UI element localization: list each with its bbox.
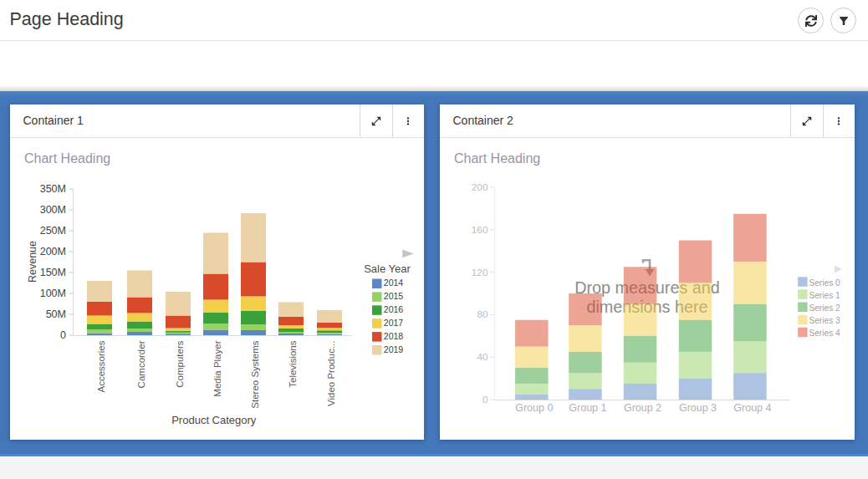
svg-text:2018: 2018 bbox=[384, 331, 404, 341]
svg-text:Series 0: Series 0 bbox=[809, 278, 840, 288]
svg-text:Series 3: Series 3 bbox=[809, 316, 840, 325]
svg-text:Series 1: Series 1 bbox=[809, 291, 840, 300]
svg-text:350M: 350M bbox=[40, 183, 66, 195]
svg-text:160: 160 bbox=[472, 224, 488, 236]
svg-text:2016: 2016 bbox=[384, 304, 404, 314]
svg-text:Group 3: Group 3 bbox=[679, 402, 717, 414]
svg-text:200M: 200M bbox=[40, 246, 66, 257]
svg-text:2017: 2017 bbox=[384, 318, 404, 328]
svg-text:Computers: Computers bbox=[175, 340, 185, 387]
svg-text:Series 4: Series 4 bbox=[809, 329, 840, 338]
svg-text:Stereo Systems: Stereo Systems bbox=[250, 340, 260, 408]
svg-text:150M: 150M bbox=[40, 267, 66, 278]
svg-text:50M: 50M bbox=[46, 308, 66, 320]
svg-text:Accessories: Accessories bbox=[96, 340, 106, 392]
svg-text:120: 120 bbox=[472, 267, 488, 278]
svg-text:Product Category: Product Category bbox=[171, 414, 257, 426]
svg-text:Media Player: Media Player bbox=[212, 340, 222, 396]
svg-text:2014: 2014 bbox=[384, 278, 404, 288]
svg-text:300M: 300M bbox=[40, 204, 66, 216]
svg-text:Group 0: Group 0 bbox=[515, 402, 553, 414]
svg-text:Revenue: Revenue bbox=[27, 241, 38, 283]
svg-text:Group 2: Group 2 bbox=[624, 402, 661, 414]
svg-text:100M: 100M bbox=[40, 288, 66, 299]
svg-text:Camcorder: Camcorder bbox=[136, 340, 146, 388]
svg-text:Sale Year: Sale Year bbox=[364, 262, 411, 275]
svg-text:2015: 2015 bbox=[384, 291, 404, 301]
svg-text:250M: 250M bbox=[40, 225, 66, 237]
svg-text:Group 1: Group 1 bbox=[569, 402, 606, 414]
svg-text:Video Produc...: Video Produc... bbox=[326, 341, 336, 406]
svg-text:200: 200 bbox=[472, 181, 488, 193]
svg-text:Group 4: Group 4 bbox=[733, 402, 771, 414]
svg-text:40: 40 bbox=[477, 351, 488, 363]
svg-text:0: 0 bbox=[483, 394, 488, 405]
svg-text:Series 2: Series 2 bbox=[809, 303, 840, 313]
svg-text:80: 80 bbox=[477, 308, 488, 320]
svg-text:0: 0 bbox=[60, 329, 66, 341]
svg-text:2019: 2019 bbox=[384, 344, 404, 354]
svg-text:Televisions: Televisions bbox=[288, 340, 298, 387]
